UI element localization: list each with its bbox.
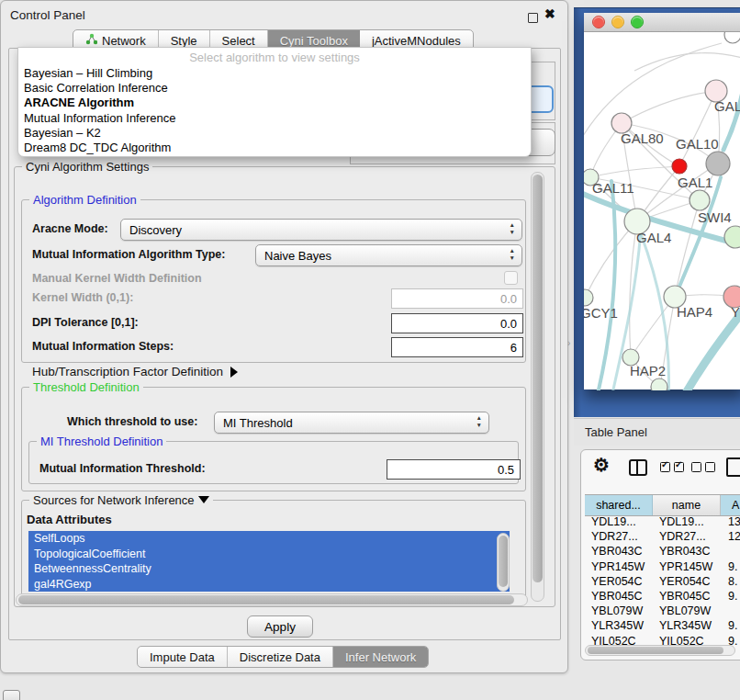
gear-icon[interactable]: ⚙ [593, 454, 610, 476]
hub-transcription-factor-section[interactable]: Hub/Transcription Factor Definition [32, 365, 238, 378]
collapse-arrow-icon [198, 496, 209, 503]
table-cell: YDL19... [653, 514, 721, 529]
attribute-list-item[interactable]: gal4RGexp [28, 577, 510, 593]
network-node-partial-top[interactable] [724, 32, 740, 43]
settings-horizontal-scrollbar[interactable] [16, 593, 528, 606]
checked-box-icon [660, 462, 670, 472]
algorithm-combobox[interactable]: Select algorithm to view settings [18, 48, 531, 66]
kernel-width-label: Kernel Width (0,1): [32, 291, 133, 304]
table-cell: YDL19... [585, 514, 653, 529]
column-header-partial[interactable]: A [721, 495, 740, 515]
mi-algorithm-type-combobox[interactable]: Naive Bayes ▲▼ [255, 244, 522, 266]
table-cell: YER054C [653, 574, 721, 589]
tab-label: Discretize Data [240, 650, 320, 664]
tab-label: Cyni Toolbox [280, 34, 348, 48]
group-title: Threshold Definition [29, 380, 143, 394]
settings-vertical-scrollbar[interactable] [531, 172, 544, 602]
table-panel-title: Table Panel [585, 425, 647, 439]
network-node-gcy1[interactable] [584, 289, 593, 306]
table-row[interactable]: YBR045CYBR045C9. [585, 589, 740, 604]
network-window-titlebar[interactable] [584, 13, 740, 32]
tab-impute-data[interactable]: Impute Data [138, 647, 228, 667]
which-threshold-combobox[interactable]: MI Threshold ▲▼ [214, 412, 489, 434]
table-cell: 13 [721, 514, 740, 529]
expand-arrow-icon [230, 367, 238, 378]
table-row[interactable]: YLR345WYLR345W9. [585, 618, 740, 633]
algorithm-option[interactable]: Basic Correlation Inference [18, 81, 531, 96]
mi-threshold-input[interactable] [387, 459, 521, 480]
manual-kernel-width-checkbox[interactable] [504, 271, 518, 285]
dpi-tolerance-label: DPI Tolerance [0,1]: [32, 316, 139, 329]
apply-button[interactable]: Apply [247, 615, 313, 638]
deselect-all-icon[interactable] [691, 462, 715, 472]
attribute-list-item[interactable]: SelfLoops [28, 531, 510, 547]
table-row[interactable]: YDR27...YDR27...12 [585, 529, 740, 544]
algorithm-option[interactable]: Bayesian – K2 [18, 126, 531, 141]
sources-group-title[interactable]: Sources for Network Inference [29, 493, 213, 507]
table-row[interactable]: YER054CYER054C8. [585, 574, 740, 589]
manual-kernel-width-label: Manual Kernel Width Definition [32, 272, 202, 285]
attribute-list-item[interactable]: TopologicalCoefficient [28, 547, 510, 562]
mi-type-label: Mutual Information Algorithm Type: [32, 248, 225, 261]
select-all-icon[interactable] [660, 462, 684, 472]
table-row[interactable]: YBR043CYBR043C [585, 544, 740, 559]
float-window-icon[interactable] [528, 13, 538, 23]
mi-threshold-label: Mutual Information Threshold: [39, 462, 206, 475]
network-view-window: GALGAL80GAL10GAL11GAL1GAL4SWI4GCY1HAP4YH… [584, 13, 740, 390]
aracne-mode-combobox[interactable]: Discovery ▲▼ [120, 219, 522, 241]
data-attributes-list[interactable]: SelfLoopsTopologicalCoefficientBetweenne… [28, 531, 510, 592]
node-label: GAL4 [636, 230, 671, 245]
table-row[interactable]: YBL079WYBL079W [585, 604, 740, 618]
group-title: Algorithm Definition [29, 193, 140, 207]
attributes-list-scrollbar[interactable] [497, 533, 510, 592]
table-cell: YLR345W [653, 618, 721, 633]
hub-section-label: Hub/Transcription Factor Definition [32, 365, 223, 378]
column-header-name[interactable]: name [653, 495, 721, 515]
close-traffic-light[interactable] [592, 16, 605, 28]
network-node-gal10[interactable] [706, 152, 730, 175]
document-icon[interactable] [726, 457, 740, 477]
table-body: YDL19...YDL19...13YDR27...YDR27...12YBR0… [585, 514, 740, 649]
table-cell: YPR145W [585, 559, 653, 574]
column-header-shared-name[interactable]: shared... [585, 495, 653, 515]
tab-label: Select [222, 34, 255, 48]
table-row[interactable]: YPR145WYPR145W9. [585, 559, 740, 574]
network-node-partial-bottom[interactable] [651, 378, 667, 390]
table-header: shared... name A [585, 494, 740, 516]
columns-icon[interactable] [629, 459, 647, 476]
network-node-swi4[interactable] [724, 226, 740, 248]
table-cell: 9. [721, 589, 740, 604]
kernel-width-input[interactable] [391, 288, 523, 309]
algorithm-option[interactable]: Mutual Information Inference [18, 111, 531, 126]
zoom-traffic-light[interactable] [631, 16, 644, 28]
table-cell: YBR045C [653, 589, 721, 604]
table-cell: YDR27... [653, 529, 721, 544]
algorithm-option[interactable]: Dream8 DC_TDC Algorithm [18, 141, 531, 155]
table-cell: YBL079W [585, 604, 653, 618]
table-cell: YBR043C [585, 544, 653, 559]
combobox-value: Naive Bayes [264, 249, 331, 263]
network-canvas[interactable]: GALGAL80GAL10GAL11GAL1GAL4SWI4GCY1HAP4YH… [584, 32, 740, 390]
network-node-selected-red[interactable] [672, 159, 687, 174]
table-cell: YER054C [585, 574, 653, 589]
splitpane-handle[interactable]: › [567, 338, 570, 348]
tab-infer-network[interactable]: Infer Network [333, 647, 428, 667]
network-node-gal1[interactable] [690, 190, 710, 210]
algorithm-option[interactable]: ARACNE Algorithm [18, 96, 531, 110]
tab-discretize-data[interactable]: Discretize Data [228, 647, 333, 667]
minimize-traffic-light[interactable] [611, 16, 624, 28]
algorithm-option[interactable]: Bayesian – Hill Climbing [18, 66, 531, 81]
aracne-mode-label: Aracne Mode: [32, 222, 108, 235]
attribute-list-item[interactable]: BetweennessCentrality [28, 561, 510, 577]
tab-label: Impute Data [150, 650, 215, 664]
minimized-window-icon[interactable] [3, 690, 20, 700]
table-horizontal-scrollbar[interactable] [585, 645, 735, 656]
dpi-tolerance-input[interactable] [391, 313, 523, 333]
table-row[interactable]: YDL19...YDL19...13 [585, 514, 740, 529]
group-title: Cyni Algorithm Settings [22, 160, 152, 174]
close-window-icon[interactable]: ✖ [544, 6, 555, 21]
node-label: GCY1 [584, 305, 618, 321]
node-label: SWI4 [698, 209, 732, 225]
node-label: Y [731, 304, 740, 320]
mi-steps-input[interactable] [391, 337, 523, 357]
